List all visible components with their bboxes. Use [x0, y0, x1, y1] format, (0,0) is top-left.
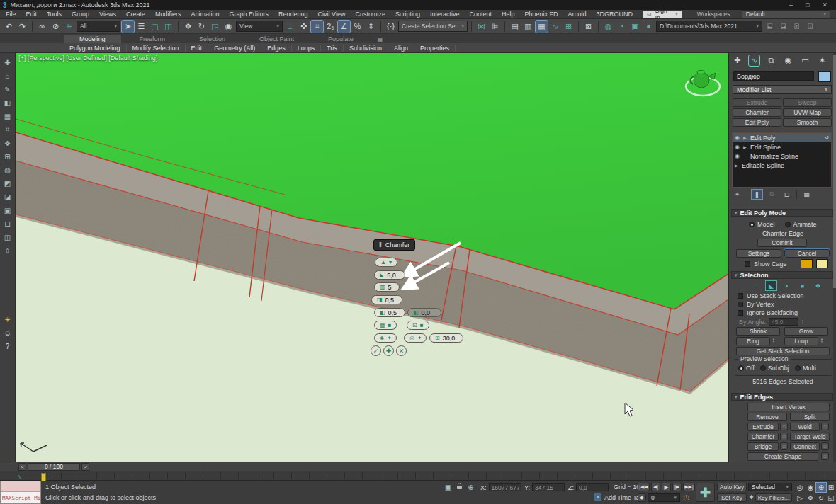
menu-modifiers[interactable]: Modifiers — [155, 11, 181, 18]
go-to-end-button[interactable]: ▶▶| — [683, 483, 695, 491]
remove-modifier-icon[interactable]: ⊟ — [781, 190, 792, 199]
cage-selected-color-swatch[interactable] — [816, 259, 828, 268]
x-coordinate[interactable]: X: 16077,677 — [480, 483, 521, 491]
spinner-snap-icon[interactable]: ⇕ — [365, 21, 377, 33]
select-object-icon[interactable]: ➤ — [122, 21, 134, 33]
mirror-icon[interactable]: ⋈ — [475, 21, 487, 33]
select-and-manipulate-icon[interactable]: ✜ — [298, 21, 310, 33]
absolute-mode-transform-icon[interactable]: ⊕ — [466, 483, 475, 492]
caddy-depth-field[interactable]: ◨ 0,5 — [371, 295, 402, 304]
left-toolbar-user-icon[interactable]: ☺ — [2, 328, 13, 338]
material-editor-icon[interactable]: ◍ — [602, 21, 614, 33]
import-file-icon[interactable]: ⍗ — [804, 21, 816, 33]
ribbon-polygon-modeling[interactable]: Polygon Modeling — [64, 45, 127, 52]
caddy-offset-field[interactable]: ◧ 0,0 — [407, 308, 441, 317]
menu-file[interactable]: File — [6, 11, 16, 18]
left-toolbar-icon-15[interactable]: ◊ — [2, 246, 13, 256]
undo-icon[interactable]: ↶ — [3, 21, 15, 33]
caddy-apply-button[interactable]: ✚ — [383, 345, 394, 356]
left-toolbar-icon-1[interactable]: ✚ — [2, 57, 13, 67]
window-crossing-icon[interactable]: ◫ — [162, 21, 174, 33]
caddy-open-toggle[interactable]: ▦ ■ — [374, 321, 397, 330]
left-toolbar-icon-8[interactable]: ⊞ — [2, 151, 13, 161]
menu-rendering[interactable]: Rendering — [278, 11, 308, 18]
extrude-settings-icon[interactable]: □ — [780, 423, 788, 430]
menu-tools[interactable]: Tools — [47, 11, 62, 18]
settings-button[interactable]: Settings — [736, 249, 781, 258]
ribbon-edit[interactable]: Edit — [186, 45, 209, 52]
create-tab-icon[interactable]: ✚ — [732, 55, 742, 66]
auto-key-button[interactable]: Auto Key — [717, 483, 747, 491]
caddy-amount-field[interactable]: ◣ 5,0 — [374, 270, 405, 280]
z-coordinate[interactable]: Z: 0,0 — [568, 483, 609, 491]
insert-vertex-button[interactable]: Insert Vertex — [747, 403, 830, 411]
render-setup-icon[interactable]: ◔ — [616, 21, 628, 33]
preview-subobj-radio[interactable]: SubObj — [760, 365, 789, 372]
toggle-scene-explorer-icon[interactable]: ▥ — [522, 21, 534, 33]
maxscript-listener-text[interactable]: MAXScript Mi — [1, 492, 40, 503]
left-toolbar-icon-10[interactable]: ◩ — [2, 178, 13, 188]
left-toolbar-icon-13[interactable]: ⊟ — [2, 219, 13, 229]
cancel-button[interactable]: Cancel — [784, 249, 830, 258]
left-toolbar-icon-9[interactable]: ◍ — [2, 165, 13, 175]
expand-icon[interactable]: ▶ — [743, 135, 748, 140]
menu-animation[interactable]: Animation — [191, 11, 219, 18]
redo-icon[interactable]: ↷ — [16, 21, 28, 33]
project-folder-dropdown[interactable]: D:\Documents\3ds Max 2021 — [656, 21, 762, 32]
menu-edit[interactable]: Edit — [26, 11, 38, 18]
uvw-map-modifier-button[interactable]: UVW Map — [783, 108, 832, 117]
border-subobject-icon[interactable]: ◖ — [781, 281, 792, 290]
snaps-toggle-icon[interactable]: 2₅ — [324, 21, 337, 33]
extrude-button[interactable]: Extrude — [747, 423, 779, 431]
pan-icon[interactable]: ✥ — [806, 493, 815, 503]
ring-button[interactable]: Ring — [736, 337, 770, 345]
ribbon-display-dropdown-icon[interactable]: ▦ — [372, 37, 389, 43]
left-toolbar-icon-11[interactable]: ◪ — [2, 192, 13, 202]
left-toolbar-icon-3[interactable]: ✎ — [2, 84, 13, 94]
utilities-tab-icon[interactable]: ✶ — [817, 55, 827, 66]
modifier-list-dropdown[interactable]: Modifier List — [733, 85, 832, 94]
key-filters-button[interactable]: Key Filters... — [755, 493, 792, 502]
chamfer-modifier-button[interactable]: Chamfer — [733, 108, 781, 117]
named-selection-set-dropdown[interactable]: Create Selection Se — [398, 21, 468, 32]
mini-curve-editor-icon[interactable]: ∿ — [17, 474, 22, 480]
render-production-icon[interactable]: ● — [643, 21, 655, 33]
vertex-subobject-icon[interactable]: ∴ — [750, 281, 761, 290]
play-button[interactable]: ▶ — [662, 483, 671, 491]
menu-views[interactable]: Views — [99, 11, 116, 18]
current-frame-field[interactable]: 0 — [648, 493, 680, 502]
object-name-field[interactable]: Бордюр — [733, 71, 814, 81]
y-coordinate[interactable]: Y: 347,15 — [524, 483, 565, 491]
target-weld-button[interactable]: Target Weld — [790, 433, 830, 441]
hierarchy-tab-icon[interactable]: ⧉ — [766, 55, 776, 66]
next-frame-playback-button[interactable]: |▶ — [672, 483, 682, 491]
rectangular-selection-region-icon[interactable]: ▢ — [149, 21, 161, 33]
add-time-tag[interactable]: ◔ Add Time Tag — [594, 493, 643, 501]
menu-group[interactable]: Group — [72, 11, 89, 18]
rollout-selection[interactable]: Selection — [731, 271, 833, 279]
select-and-place-icon[interactable]: ◉ — [222, 21, 235, 33]
selection-lock-icon[interactable] — [455, 483, 464, 492]
ribbon-properties[interactable]: Properties — [414, 45, 456, 52]
rollout-edit-edges[interactable]: Edit Edges — [731, 393, 833, 401]
zoom-extents-all-icon[interactable]: ⊞ — [826, 483, 836, 492]
xview-icon[interactable]: ⊠ — [582, 21, 594, 33]
preview-multi-radio[interactable]: Multi — [795, 365, 816, 372]
chamfer-button[interactable]: Chamfer — [747, 433, 779, 441]
menu-create[interactable]: Create — [126, 11, 145, 18]
select-and-move-icon[interactable]: ✥ — [182, 21, 194, 33]
left-toolbar-light-icon[interactable]: ☀ — [2, 314, 13, 324]
menu-help[interactable]: Help — [502, 11, 515, 18]
cage-color-swatch[interactable] — [801, 259, 813, 268]
maximize-button[interactable]: □ — [806, 1, 809, 8]
rollout-edit-poly-mode[interactable]: Edit Poly Mode — [731, 209, 833, 217]
next-frame-button[interactable]: > — [81, 463, 89, 471]
polygon-subobject-icon[interactable]: ■ — [797, 281, 808, 290]
left-toolbar-icon-7[interactable]: ❖ — [2, 138, 13, 148]
set-keys-button[interactable]: ✚ — [696, 483, 715, 502]
visibility-eye-icon[interactable]: ◉ — [735, 153, 741, 159]
remove-button[interactable]: Remove — [747, 413, 787, 421]
display-tab-icon[interactable]: ▭ — [800, 55, 810, 66]
stack-row-edit-spline[interactable]: ◉ ▶ Edit Spline — [733, 142, 831, 151]
split-button[interactable]: Split — [790, 413, 830, 421]
